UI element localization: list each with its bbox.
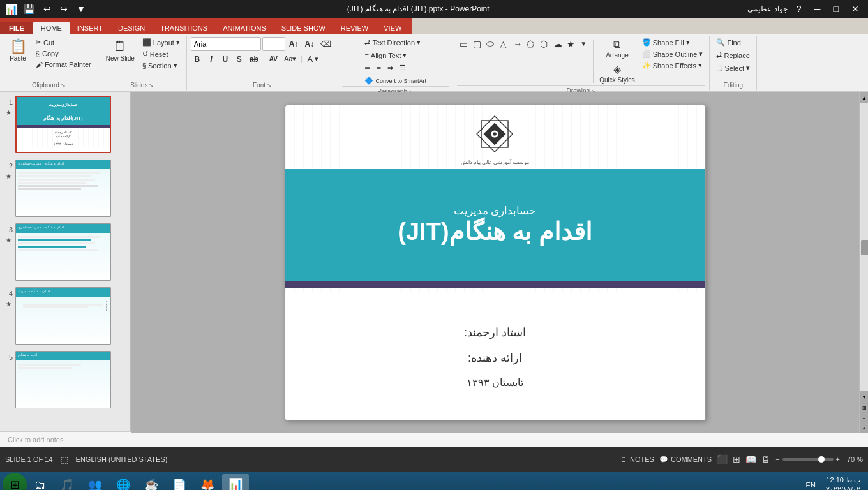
layout-button[interactable]: ⬛ Layout▾ (140, 37, 183, 48)
font-family-input[interactable] (191, 37, 261, 51)
notes-btn[interactable]: 🗒 NOTES (620, 456, 654, 463)
qat-save[interactable]: 💾 (20, 3, 38, 15)
taskbar-language[interactable]: EN (802, 481, 819, 489)
view-presenter-btn[interactable]: 🖥 (761, 454, 770, 464)
zoom-slider[interactable] (782, 458, 834, 461)
font-color-button[interactable]: A ▾ (304, 53, 321, 65)
view-normal-btn[interactable]: ⬛ (717, 454, 728, 464)
thumb-img-3[interactable]: اقدام به هنگام - مدیریت حسابداری (15, 223, 111, 281)
language-status[interactable]: ENGLISH (UNITED STATES) (76, 456, 168, 463)
new-slide-button[interactable]: 🗒 New Slide (102, 37, 138, 64)
align-text-button[interactable]: ≡ Align Text▾ (362, 50, 409, 61)
strikethrough-button[interactable]: ab (247, 54, 261, 65)
clear-format-button[interactable]: ⌫ (318, 38, 334, 50)
comments-btn[interactable]: 💬 COMMENTS (659, 456, 712, 464)
qat-redo[interactable]: ↪ (57, 3, 71, 15)
font-expand-icon[interactable]: ↘ (267, 82, 272, 89)
canvas-area[interactable]: موسسه آموزشی عالی پیام دانش حسابداری مدی… (131, 92, 859, 433)
shape-outline-button[interactable]: ⬜ Shape Outline▾ (640, 48, 706, 59)
qat-customize[interactable]: ▼ (73, 3, 89, 15)
shadow-button[interactable]: S (233, 54, 246, 65)
taskbar-pdf[interactable]: 📄 (166, 474, 193, 490)
quick-styles-button[interactable]: ◈ Quick Styles (596, 61, 638, 85)
tab-view[interactable]: VIEW (376, 22, 409, 34)
shape-effects-button[interactable]: ✨ Shape Effects▾ (640, 60, 706, 71)
fit-slide-btn[interactable]: ⊞ (860, 403, 868, 413)
more-shapes[interactable]: ▼ (578, 37, 590, 50)
paste-button[interactable]: 📋 Paste (4, 37, 32, 64)
slides-expand-icon[interactable]: ↘ (149, 82, 154, 89)
cut-button[interactable]: ✂ Cut (33, 37, 94, 48)
taskbar-firefox[interactable]: 🦊 (194, 474, 221, 490)
taskbar-powerpoint[interactable]: 📊 (222, 474, 249, 490)
copy-button[interactable]: ⎘ Copy (33, 48, 94, 59)
justify-button[interactable]: ☰ (397, 63, 408, 73)
bold-button[interactable]: B (191, 54, 204, 65)
thumb-img-4[interactable]: اقدام به هنگام - مدیریت (15, 287, 111, 345)
section-button[interactable]: § Section▾ (140, 60, 183, 71)
start-button[interactable]: ⊞ (3, 473, 27, 490)
zoom-thumb[interactable] (818, 456, 825, 463)
tab-transitions[interactable]: TRANSITIONS (153, 22, 215, 34)
scroll-thumb[interactable] (861, 240, 868, 255)
slide-thumb-4[interactable]: 4 ★ اقدام به هنگام - مدیریت (3, 286, 128, 346)
zoom-in-status-btn[interactable]: + (836, 456, 840, 463)
text-direction-button[interactable]: ⇄ Text Direction▾ (362, 37, 423, 48)
replace-button[interactable]: ⇄ Replace (714, 50, 752, 61)
font-increase-button[interactable]: A↑ (287, 38, 301, 50)
taskbar-file-explorer[interactable]: 🗂 (28, 474, 52, 490)
underline-button[interactable]: U (219, 54, 232, 65)
view-slideshow-btn[interactable]: ⊞ (733, 454, 740, 464)
zoom-in-btn[interactable]: + (860, 423, 868, 433)
restore-button[interactable]: □ (830, 4, 842, 14)
tab-home[interactable]: HOME (33, 22, 70, 34)
char-spacing-button[interactable]: AV (267, 54, 280, 64)
scroll-up[interactable]: ▲ (860, 92, 868, 103)
view-reading-btn[interactable]: 📖 (745, 454, 756, 464)
cloud-shape[interactable]: ☁ (551, 37, 564, 50)
help-button[interactable]: ? (793, 4, 805, 14)
format-painter-button[interactable]: 🖌 Format Painter (33, 59, 94, 70)
arrow-shape[interactable]: → (511, 37, 523, 50)
align-left-button[interactable]: ⬅ (362, 63, 373, 73)
reset-button[interactable]: ↺ Reset (140, 48, 183, 59)
oval-shape[interactable]: ⬭ (484, 37, 497, 50)
tab-insert[interactable]: INSERT (70, 22, 110, 34)
triangle-shape[interactable]: △ (497, 37, 510, 50)
rect-shape[interactable]: ▭ (457, 37, 470, 50)
star-shape[interactable]: ★ (564, 37, 577, 50)
zoom-out-status-btn[interactable]: − (775, 456, 779, 463)
accessibility-icon-item[interactable]: ⬚ (61, 455, 68, 464)
select-button[interactable]: ⬚ Select▾ (714, 63, 752, 73)
scroll-down[interactable]: ▼ (860, 391, 868, 403)
taskbar-java[interactable]: ☕ (138, 474, 165, 490)
thumb-img-2[interactable]: اقدام به هنگام - مدیریت حسابداری (15, 160, 111, 217)
font-case-button[interactable]: Aa▾ (281, 54, 299, 64)
tab-file[interactable]: FILE (0, 22, 33, 34)
thumb-img-5[interactable]: اقدام به هنگام (15, 351, 111, 408)
align-center-button[interactable]: ≡ (374, 63, 383, 73)
close-button[interactable]: ✕ (848, 4, 863, 14)
find-button[interactable]: 🔍 Find (714, 37, 743, 48)
clipboard-expand-icon[interactable]: ↘ (61, 82, 66, 89)
rounded-rect-shape[interactable]: ▢ (470, 37, 483, 50)
tab-animations[interactable]: ANIMATIONS (215, 22, 274, 34)
tab-slideshow[interactable]: SLIDE SHOW (274, 22, 333, 34)
pentagon-shape[interactable]: ⬠ (524, 37, 537, 50)
tab-review[interactable]: REVIEW (333, 22, 376, 34)
thumb-img-1[interactable]: حسابداری مدیریت اقدام به هنگام(JIT) استا… (15, 96, 111, 153)
taskbar-people[interactable]: 👥 (82, 474, 108, 490)
slide-thumb-3[interactable]: 3 ★ اقدام به هنگام - مدیریت حسابداری (3, 222, 128, 282)
zoom-out-btn[interactable]: − (860, 413, 868, 423)
font-decrease-button[interactable]: A↓ (302, 38, 317, 50)
italic-button[interactable]: I (205, 54, 218, 65)
convert-smartart-button[interactable]: 🔷 Convert to SmartArt (362, 75, 429, 86)
slide-thumb-2[interactable]: 2 ★ اقدام به هنگام - مدیریت حسابداری (3, 158, 128, 218)
font-size-input[interactable]: 27 (262, 37, 285, 51)
slide-canvas[interactable]: موسسه آموزشی عالی پیام دانش حسابداری مدی… (285, 105, 706, 420)
slide-thumb-1[interactable]: 1 ★ حسابداری مدیریت اقدام به هنگام(JIT) … (3, 94, 128, 154)
slide-thumb-5[interactable]: 5 ★ اقدام به هنگام (3, 350, 128, 410)
font-color-dropdown[interactable]: ▾ (315, 55, 318, 63)
align-right-button[interactable]: ➡ (385, 63, 396, 73)
shape-fill-button[interactable]: 🪣 Shape Fill▾ (640, 37, 706, 48)
